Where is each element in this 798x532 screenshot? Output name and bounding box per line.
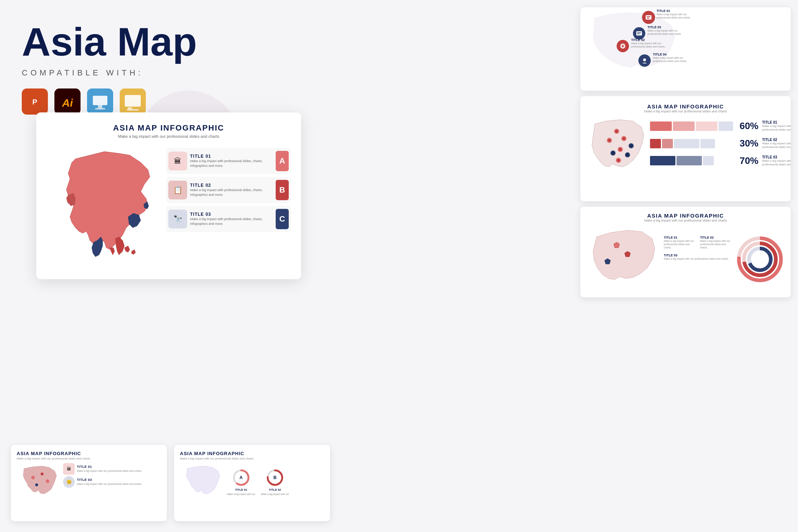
- lower-right-col1-desc: Make a big impact with our professional …: [664, 239, 696, 249]
- bottom-left-text-2: TITLE 03 Make a big impact with our prof…: [77, 478, 142, 486]
- lower-right-col3-desc: Make a big impact with our professional …: [664, 257, 733, 260]
- bar-info-title-1: TITLE 01: [762, 120, 791, 124]
- bottom-left-item-1-row: 🏛 TITLE 01 Make a big impact with our pr…: [63, 463, 161, 475]
- lower-right-col3-row: TITLE 03 Make a big impact with our prof…: [664, 253, 733, 260]
- bar-seg-3a: [650, 156, 675, 165]
- powerpoint-icon: P: [22, 88, 48, 115]
- bar-chart-area: 60% TITLE 01 Make a big impact with our …: [588, 117, 783, 183]
- info-card-c: 🔭 TITLE 03 Make a big impact with profes…: [166, 206, 291, 232]
- lower-right-map: [588, 226, 660, 293]
- lower-right-content: TITLE 01 Make a big impact with our prof…: [588, 226, 783, 293]
- lower-right-col2: TITLE 02 Make a big impact with our prof…: [700, 236, 733, 249]
- bar-track-2: [650, 139, 733, 148]
- bar-info-title-3: TITLE 03: [762, 155, 791, 159]
- compatible-label: COMPATIBLE WITH:: [22, 68, 290, 78]
- bottom-mid-subtitle: Make a big impact with our professional …: [180, 457, 324, 460]
- lower-right-col1: TITLE 01 Make a big impact with our prof…: [664, 236, 696, 249]
- bar-seg-3c: [703, 156, 714, 165]
- bar-info-desc-3: Make a big impact with our professional …: [762, 159, 791, 167]
- card-title-c: TITLE 03: [190, 212, 273, 217]
- svg-point-12: [31, 476, 35, 479]
- bottom-mid-title: ASIA MAP INFOGRAPHIC: [180, 451, 324, 456]
- card-icon-c: 🔭: [168, 210, 187, 228]
- bottom-left-icon-1: 🏛: [63, 463, 75, 475]
- circle-a-label: A: [239, 475, 243, 480]
- bar-pct-3: 70%: [737, 155, 758, 166]
- callout-text-2: TITLE 02 Make a big impact with our prof…: [631, 38, 667, 48]
- svg-point-33: [622, 137, 625, 140]
- lower-right-subtitle: Make a big impact with our professional …: [588, 219, 783, 222]
- lower-right-col2-desc: Make a big impact with our professional …: [700, 239, 733, 249]
- bottom-left-map: [17, 463, 60, 501]
- circle-b-label: B: [273, 475, 277, 480]
- bottom-left-item-2-row: 😊 TITLE 03 Make a big impact with our pr…: [63, 476, 161, 488]
- card-text-c: TITLE 03 Make a big impact with professi…: [190, 212, 273, 226]
- bar-info-title-2: TITLE 02: [762, 138, 791, 142]
- card-desc-c: Make a big impact with professional slid…: [190, 217, 273, 226]
- info-cards: 🏛 TITLE 01 Make a big impact with profes…: [166, 144, 291, 275]
- bottom-left-title-2: TITLE 03: [77, 478, 142, 482]
- card-icon-a: 🏛: [168, 152, 187, 170]
- svg-rect-7: [95, 108, 105, 110]
- bar-info-desc-2: Make a big impact with our professional …: [762, 142, 791, 149]
- callout-text-4: TITLE 04 Make a big impact with our prof…: [653, 53, 689, 63]
- svg-point-41: [612, 152, 614, 154]
- card-letter-c: C: [276, 209, 289, 229]
- callout-title-3: TITLE 03: [647, 25, 684, 29]
- bottom-left-item-1: 🏛 TITLE 01 Make a big impact with our pr…: [63, 463, 161, 475]
- mid-right-title: ASIA MAP INFOGRAPHIC: [588, 103, 783, 110]
- bottom-left-icon-2: 😊: [63, 476, 75, 488]
- circle-b-desc: Make a big impact with our: [261, 493, 289, 496]
- right-panel: TITLE 01 Make a big impact with our prof…: [319, 0, 798, 532]
- bottom-left-desc-1: Make a big impact with our professional …: [77, 469, 142, 473]
- bar-info-2: TITLE 02 Make a big impact with our prof…: [762, 138, 791, 149]
- bar-track-3: [650, 156, 733, 165]
- svg-point-29: [643, 58, 646, 61]
- svg-point-31: [615, 130, 618, 133]
- svg-point-43: [626, 153, 629, 156]
- bottom-left-text-1: TITLE 01 Make a big impact with our prof…: [77, 465, 142, 473]
- svg-text:Ai: Ai: [62, 97, 73, 109]
- bottom-left-items: 🏛 TITLE 01 Make a big impact with our pr…: [63, 463, 161, 501]
- circle-a-title: TITLE 01: [235, 488, 247, 491]
- svg-rect-10: [128, 107, 132, 109]
- circle-a-group: A TITLE 01 Make a big impact with our: [227, 469, 255, 496]
- bar-rows-area: 60% TITLE 01 Make a big impact with our …: [650, 117, 791, 172]
- bar-info-1: TITLE 01 Make a big impact with our prof…: [762, 120, 791, 132]
- circle-a-desc: Make a big impact with our: [227, 493, 255, 496]
- callout-icon-3: [633, 27, 645, 40]
- svg-point-15: [35, 483, 38, 486]
- svg-point-37: [630, 144, 633, 147]
- bar-chart-map: [588, 117, 646, 183]
- bottom-left-title: ASIA MAP INFOGRAPHIC: [17, 451, 161, 456]
- main-slide-subtitle: Make a big impact with our professional …: [46, 134, 291, 139]
- bar-seg-1a: [650, 121, 672, 131]
- callout-desc-2: Make a big impact with our professional …: [631, 42, 667, 48]
- bar-seg-2c: [674, 139, 699, 148]
- svg-rect-5: [93, 96, 107, 105]
- card-text-b: TITLE 02 Make a big impact with professi…: [190, 183, 273, 197]
- svg-text:P: P: [32, 98, 37, 106]
- svg-rect-6: [98, 105, 102, 108]
- card-text-a: TITLE 01 Make a big impact with professi…: [190, 154, 273, 168]
- slide-lower-right: ASIA MAP INFOGRAPHIC Make a big impact w…: [580, 207, 791, 297]
- bar-seg-2d: [700, 139, 715, 148]
- bottom-mid-map: [180, 463, 223, 501]
- callout-text-3: TITLE 03 Make a big impact with our prof…: [647, 25, 684, 36]
- bottom-mid-content: A TITLE 01 Make a big impact with our B: [180, 463, 324, 501]
- keynote-icon: [87, 88, 113, 115]
- lower-right-col3-title: TITLE 03: [664, 253, 733, 257]
- bar-seg-2b: [662, 139, 673, 148]
- bar-info-3: TITLE 03 Make a big impact with our prof…: [762, 155, 791, 167]
- slide-bottom-mid: ASIA MAP INFOGRAPHIC Make a big impact w…: [174, 445, 330, 521]
- bottom-mid-circles: A TITLE 01 Make a big impact with our B: [227, 469, 324, 496]
- slide-content-area: 🏛 TITLE 01 Make a big impact with profes…: [46, 144, 291, 275]
- bottom-left-title-1: TITLE 01: [77, 465, 142, 469]
- svg-rect-23: [636, 31, 642, 36]
- bottom-left-desc-2: Make a big impact with our professional …: [77, 482, 142, 486]
- card-title-a: TITLE 01: [190, 154, 273, 159]
- bottom-left-content: 🏛 TITLE 01 Make a big impact with our pr…: [17, 463, 161, 501]
- bar-track-1: [650, 121, 733, 131]
- svg-rect-9: [125, 95, 141, 107]
- svg-rect-22: [647, 18, 649, 18]
